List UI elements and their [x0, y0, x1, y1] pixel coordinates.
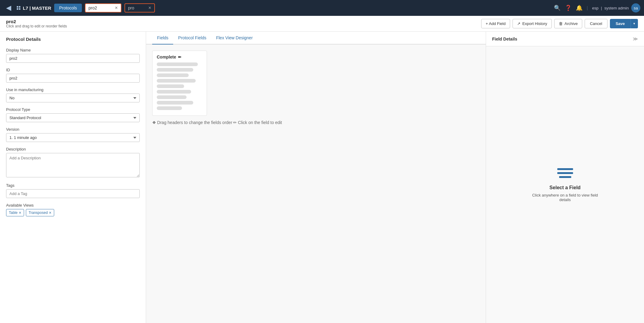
center-panel: Fields Protocol Fields Flex View Designe… [146, 32, 486, 323]
tab-fields[interactable]: Fields [152, 32, 173, 44]
svg-rect-2 [559, 176, 571, 178]
export-history-button[interactable]: ↗ Export History [513, 19, 552, 28]
app-logo: L7 | MASTER [17, 5, 51, 11]
tab2-value: pro [128, 5, 134, 10]
use-in-manufacturing-label: Use in manufacturing [6, 87, 140, 92]
avatar-initials: sa [634, 6, 638, 10]
right-panel-collapse-button[interactable]: ≫ [633, 36, 638, 42]
logo-text: L7 | MASTER [23, 5, 51, 11]
tags-input[interactable] [6, 189, 140, 198]
field-details-title: Field Details [492, 37, 517, 41]
save-button[interactable]: Save [610, 19, 631, 28]
tags-row: Tags [6, 183, 140, 198]
user-info: esp | system admin sa [592, 3, 640, 12]
description-textarea[interactable] [6, 153, 140, 177]
export-icon: ↗ [517, 21, 520, 26]
tenant-label: esp [592, 6, 598, 10]
field-card-complete[interactable]: Complete ✏ [152, 51, 207, 116]
skeleton-3 [157, 73, 189, 77]
tab-content-fields: Complete ✏ ❖ Drag headers to change the … [146, 44, 486, 131]
archive-icon: 🗑 [559, 21, 563, 26]
tab1-close-icon[interactable]: × [115, 5, 117, 11]
field-card-title: Complete ✏ [157, 55, 202, 59]
version-row: Version 1. 1 minute ago [6, 127, 140, 142]
id-label: ID [6, 68, 140, 72]
nav-separator: | [601, 6, 602, 10]
export-history-label: Export History [522, 21, 547, 26]
click-hint-text: Click on the field to edit [238, 120, 282, 125]
tags-label: Tags [6, 183, 140, 188]
tag-transposed: Transposed × [26, 209, 54, 216]
right-panel: Field Details ≫ Select a Field Click any… [486, 32, 644, 323]
tag-table: Table × [6, 209, 24, 216]
protocol-type-row: Protocol Type Standard Protocol Master P… [6, 107, 140, 122]
help-icon[interactable]: ❓ [565, 5, 572, 11]
tab-pro[interactable]: pro × [124, 3, 155, 12]
right-panel-header: Field Details ≫ [486, 32, 644, 46]
tab2-close-icon[interactable]: × [148, 5, 151, 11]
description-row: Description [6, 147, 140, 178]
version-select[interactable]: 1. 1 minute ago [6, 133, 140, 142]
tag-transposed-remove-icon[interactable]: × [49, 210, 51, 215]
add-field-button[interactable]: + Add Field [481, 19, 510, 28]
field-card-title-text: Complete [157, 55, 176, 59]
tabs-bar: Fields Protocol Fields Flex View Designe… [146, 32, 486, 44]
skeleton-9 [157, 106, 182, 110]
bell-icon[interactable]: 🔔 [576, 5, 583, 11]
drag-hint: ❖ Drag headers to change the fields orde… [152, 120, 480, 125]
tab-protocol-fields[interactable]: Protocol Fields [173, 32, 211, 44]
nav-icons: 🔍 ❓ 🔔 [554, 5, 583, 11]
tab-flex-view[interactable]: Flex View Designer [211, 32, 257, 44]
add-field-label: + Add Field [486, 21, 506, 26]
select-field-sub: Click anywhere on a field to view field … [532, 193, 599, 202]
display-name-input[interactable] [6, 54, 140, 63]
top-nav: ◀ L7 | MASTER Protocols pro2 × pro × 🔍 ❓… [0, 0, 644, 16]
nav-divider: | [587, 5, 588, 10]
use-in-manufacturing-select[interactable]: No Yes [6, 94, 140, 102]
protocol-type-select[interactable]: Standard Protocol Master Protocol [6, 113, 140, 122]
tag-table-label: Table [9, 211, 18, 215]
archive-button[interactable]: 🗑 Archive [554, 19, 582, 28]
main-layout: Protocol Details Display Name ID Use in … [0, 32, 644, 323]
save-dropdown-button[interactable]: ▾ [631, 19, 638, 28]
select-field-icon [557, 167, 573, 180]
display-name-label: Display Name [6, 48, 140, 52]
svg-rect-0 [557, 168, 573, 170]
version-label: Version [6, 127, 140, 132]
content-header: pro2 Click and drag to edit or reorder f… [0, 16, 644, 32]
left-panel: Protocol Details Display Name ID Use in … [0, 32, 146, 323]
page-title-block: pro2 Click and drag to edit or reorder f… [6, 19, 478, 28]
available-views-label: Available Views [6, 203, 140, 208]
id-input[interactable] [6, 74, 140, 83]
search-icon[interactable]: 🔍 [554, 5, 561, 11]
description-label: Description [6, 147, 140, 151]
skeleton-5 [157, 84, 184, 88]
skeleton-2 [157, 68, 193, 72]
skeleton-4 [157, 79, 196, 83]
use-in-manufacturing-row: Use in manufacturing No Yes [6, 87, 140, 102]
tab-pro2[interactable]: pro2 × [85, 3, 121, 12]
lines-icon [557, 167, 573, 179]
tag-transposed-label: Transposed [29, 211, 48, 215]
available-views-row: Available Views Table × Transposed × [6, 203, 140, 216]
protocol-type-label: Protocol Type [6, 107, 140, 112]
tab1-value: pro2 [89, 5, 97, 10]
protocols-button[interactable]: Protocols [54, 4, 82, 12]
header-actions: + Add Field ↗ Export History 🗑 Archive C… [481, 19, 638, 28]
save-btn-group: Save ▾ [610, 19, 638, 28]
svg-rect-1 [557, 172, 573, 174]
id-row: ID [6, 68, 140, 83]
back-button[interactable]: ◀ [4, 3, 14, 13]
select-field-title: Select a Field [549, 185, 580, 190]
tag-table-remove-icon[interactable]: × [19, 210, 21, 215]
skeleton-8 [157, 101, 193, 105]
user-label: system admin [604, 6, 629, 10]
cancel-button[interactable]: Cancel [585, 19, 607, 28]
skeleton-6 [157, 90, 191, 94]
grid-icon [17, 6, 20, 10]
avatar[interactable]: sa [631, 3, 640, 12]
edit-pencil-icon[interactable]: ✏ [178, 55, 181, 59]
archive-label: Archive [565, 21, 578, 26]
pencil-icon-hint: ✏ [233, 120, 237, 125]
drag-hint-text: Drag headers to change the fields order [157, 120, 232, 125]
